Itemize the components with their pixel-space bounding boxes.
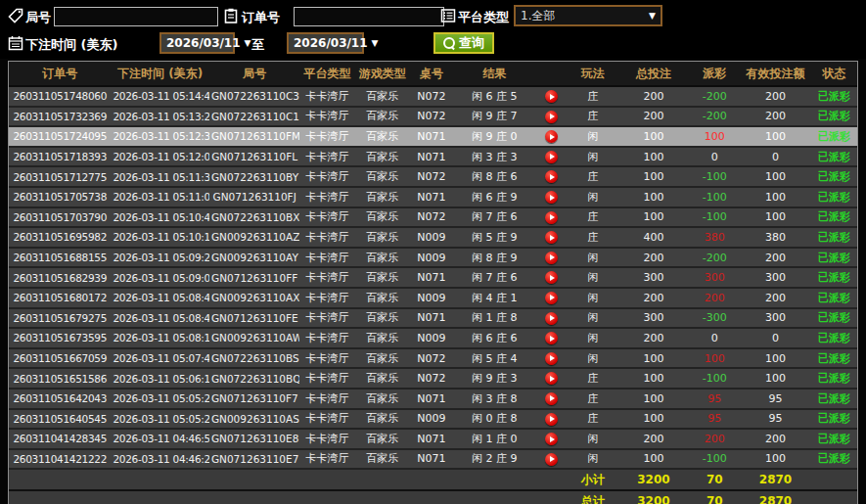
bet-records-table: 订单号 下注时间 (美东) 局号 平台类型 游戏类型 桌号 结果 玩法 总投注 … <box>8 61 858 504</box>
cell-result: 闲 8 庄 6 <box>453 166 535 187</box>
platform-list-icon <box>440 8 456 23</box>
table-row[interactable]: 260311041421222 2026-03-11 04:46:22 GN07… <box>9 449 857 470</box>
cell-valid-bet: 0 <box>740 328 810 348</box>
cell-bet-time: 2026-03-11 05:09:03 <box>111 267 208 288</box>
cell-round-number: GN009263110AW <box>209 328 299 348</box>
cell-total-bet: 200 <box>618 248 689 268</box>
chevron-down-icon: ▼ <box>649 11 656 21</box>
cell-total-bet: 200 <box>618 288 689 308</box>
platform-type-select[interactable]: 1.全部 ▼ <box>514 5 662 26</box>
cell-table-number: N072 <box>410 107 453 127</box>
cell-game-type: 百家乐 <box>355 107 410 127</box>
table-row[interactable]: 260311051673595 2026-03-11 05:08:11 GN00… <box>9 328 857 348</box>
play-video-icon[interactable] <box>545 312 558 325</box>
play-video-icon[interactable] <box>545 372 558 385</box>
play-video-icon[interactable] <box>545 191 558 204</box>
cell-total-bet: 100 <box>618 389 689 409</box>
cell-play-type: 闲 <box>568 248 618 268</box>
cell-platform-type: 卡卡湾厅 <box>299 86 354 107</box>
cell-order-number: 260311051640545 <box>9 409 111 430</box>
cell-platform-type: 卡卡湾厅 <box>299 429 354 449</box>
chevron-down-icon: ▼ <box>372 38 379 48</box>
play-video-icon[interactable] <box>545 332 558 344</box>
order-number-input[interactable] <box>294 7 444 26</box>
cell-round-number: GN071263110FM <box>209 126 299 147</box>
table-row[interactable]: 260311051695982 2026-03-11 05:10:10 GN00… <box>9 227 857 248</box>
cell-status: 已派彩 <box>811 429 857 449</box>
play-video-icon[interactable] <box>545 211 558 224</box>
play-video-icon[interactable] <box>545 433 558 445</box>
cell-total-bet: 100 <box>618 166 689 187</box>
play-video-icon[interactable] <box>545 252 558 264</box>
cell-bet-time: 2026-03-11 05:06:19 <box>111 368 208 389</box>
table-row[interactable]: 260311051703790 2026-03-11 05:10:49 GN07… <box>9 207 857 228</box>
cell-result: 闲 6 庄 6 <box>453 328 535 348</box>
play-video-icon[interactable] <box>545 111 558 123</box>
cell-result: 闲 5 庄 9 <box>453 227 535 248</box>
table-row[interactable]: 260311051688155 2026-03-11 05:09:28 GN00… <box>9 248 857 268</box>
date-from-select[interactable]: 2026/03/11 ▼ <box>160 32 235 54</box>
table-row[interactable]: 260311051682939 2026-03-11 05:09:03 GN07… <box>9 267 857 288</box>
play-video-icon[interactable] <box>545 271 558 284</box>
table-row[interactable]: 260311051724095 2026-03-11 05:12:35 GN07… <box>9 126 857 147</box>
cell-play-type: 庄 <box>568 107 618 127</box>
play-video-icon[interactable] <box>545 151 558 163</box>
cell-round-number: GN071263110FJ <box>209 187 299 207</box>
table-row[interactable]: 260311051651586 2026-03-11 05:06:19 GN07… <box>9 368 857 389</box>
total-bet: 3200 <box>618 490 689 504</box>
cell-play-type: 闲 <box>568 126 618 147</box>
cell-round-number: GN072263110C1 <box>209 107 299 127</box>
play-video-icon[interactable] <box>545 352 558 365</box>
play-video-icon[interactable] <box>545 231 558 244</box>
cell-play-type: 庄 <box>568 207 618 228</box>
cell-order-number: 260311051705738 <box>9 187 111 207</box>
cell-play-type: 闲 <box>568 348 618 369</box>
table-row[interactable]: 260311051642043 2026-03-11 05:05:29 GN07… <box>9 389 857 409</box>
cell-play <box>535 248 567 268</box>
play-video-icon[interactable] <box>545 90 558 103</box>
table-row[interactable]: 260311051667059 2026-03-11 05:07:40 GN07… <box>9 348 857 369</box>
cell-platform-type: 卡卡湾厅 <box>299 248 354 268</box>
cell-valid-bet: 200 <box>740 86 810 107</box>
cell-play <box>535 429 567 449</box>
cell-game-type: 百家乐 <box>355 429 410 449</box>
cell-round-number: GN072263110C3 <box>209 86 299 107</box>
table-row[interactable]: 260311051748060 2026-03-11 05:14:40 GN07… <box>9 86 857 107</box>
cell-round-number: GN009263110AX <box>209 288 299 308</box>
cell-play <box>535 328 567 348</box>
play-video-icon[interactable] <box>545 170 558 183</box>
table-row[interactable]: 260311041428345 2026-03-11 04:46:58 GN07… <box>9 429 857 449</box>
play-video-icon[interactable] <box>545 392 558 405</box>
table-row[interactable]: 260311051712775 2026-03-11 05:11:35 GN07… <box>9 166 857 187</box>
table-row[interactable]: 260311051679275 2026-03-11 05:08:40 GN07… <box>9 308 857 329</box>
cell-platform-type: 卡卡湾厅 <box>299 409 354 430</box>
date-range-to-label: 至 <box>251 36 264 54</box>
cell-result: 闲 5 庄 4 <box>453 348 535 369</box>
cell-total-bet: 200 <box>618 86 689 107</box>
table-row[interactable]: 260311051680172 2026-03-11 05:08:45 GN00… <box>9 288 857 308</box>
cell-payout: -100 <box>689 207 740 228</box>
cell-status: 已派彩 <box>811 166 857 187</box>
play-video-icon[interactable] <box>545 413 558 426</box>
cell-table-number: N071 <box>410 429 453 449</box>
play-video-icon[interactable] <box>545 292 558 304</box>
col-header-status: 状态 <box>811 62 857 86</box>
cell-play-type: 庄 <box>568 368 618 389</box>
cell-platform-type: 卡卡湾厅 <box>299 348 354 369</box>
cell-table-number: N072 <box>410 166 453 187</box>
play-video-icon[interactable] <box>545 453 558 466</box>
play-video-icon[interactable] <box>545 130 558 143</box>
table-row[interactable]: 260311051732369 2026-03-11 05:13:21 GN07… <box>9 107 857 127</box>
cell-game-type: 百家乐 <box>355 126 410 147</box>
cell-payout: -100 <box>689 449 740 470</box>
cell-play-type: 闲 <box>568 187 618 207</box>
round-number-input[interactable] <box>54 7 218 26</box>
cell-total-bet: 200 <box>618 107 689 127</box>
cell-total-bet: 200 <box>618 429 689 449</box>
date-to-select[interactable]: 2026/03/11 ▼ <box>287 32 364 54</box>
query-button[interactable]: 查询 <box>433 32 494 54</box>
table-row[interactable]: 260311051718393 2026-03-11 05:12:04 GN07… <box>9 147 857 167</box>
table-row[interactable]: 260311051705738 2026-03-11 05:11:02 GN07… <box>9 187 857 207</box>
table-row[interactable]: 260311051640545 2026-03-11 05:05:21 GN00… <box>9 409 857 430</box>
cell-payout: 0 <box>689 147 740 167</box>
